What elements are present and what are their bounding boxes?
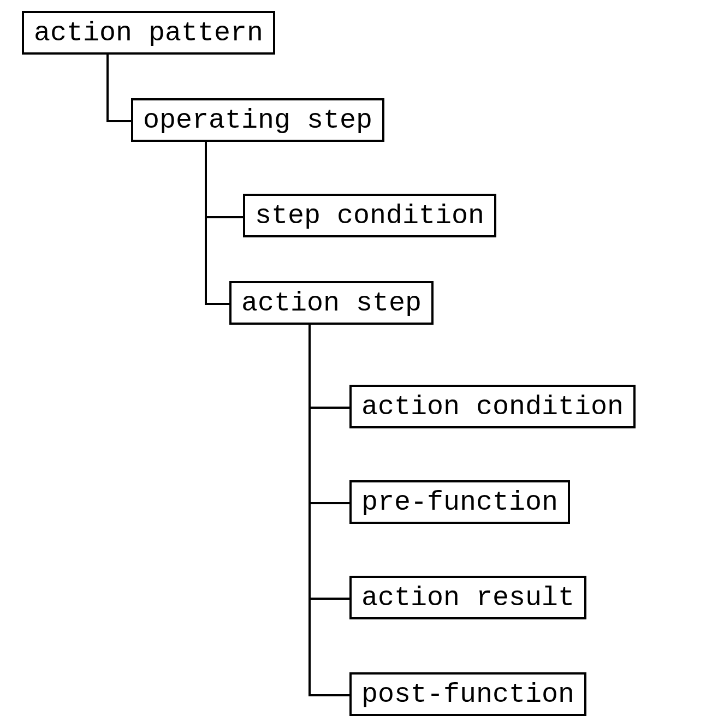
connector-line <box>308 502 349 504</box>
node-step-condition: step condition <box>243 194 496 237</box>
node-action-condition: action condition <box>349 385 636 428</box>
node-label: action pattern <box>34 17 263 49</box>
node-label: action step <box>241 288 422 319</box>
connector-line <box>205 142 207 303</box>
node-label: pre-function <box>361 487 558 518</box>
node-label: post-function <box>361 679 574 710</box>
connector-line <box>205 216 243 218</box>
connector-line <box>308 325 311 696</box>
node-label: action condition <box>361 391 624 422</box>
connector-line <box>205 303 229 305</box>
node-action-result: action result <box>349 576 586 619</box>
node-operating-step: operating step <box>131 98 384 142</box>
connector-line <box>308 598 349 600</box>
tree-diagram: action pattern operating step step condi… <box>0 0 718 728</box>
node-post-function: post-function <box>349 672 586 716</box>
node-pre-function: pre-function <box>349 480 570 524</box>
node-action-pattern: action pattern <box>22 11 275 55</box>
connector-line <box>106 120 131 122</box>
connector-line <box>308 407 349 409</box>
node-label: action result <box>361 582 574 613</box>
node-action-step: action step <box>229 281 434 325</box>
node-label: step condition <box>255 200 484 231</box>
connector-line <box>308 694 349 696</box>
node-label: operating step <box>143 105 372 136</box>
connector-line <box>106 55 109 120</box>
